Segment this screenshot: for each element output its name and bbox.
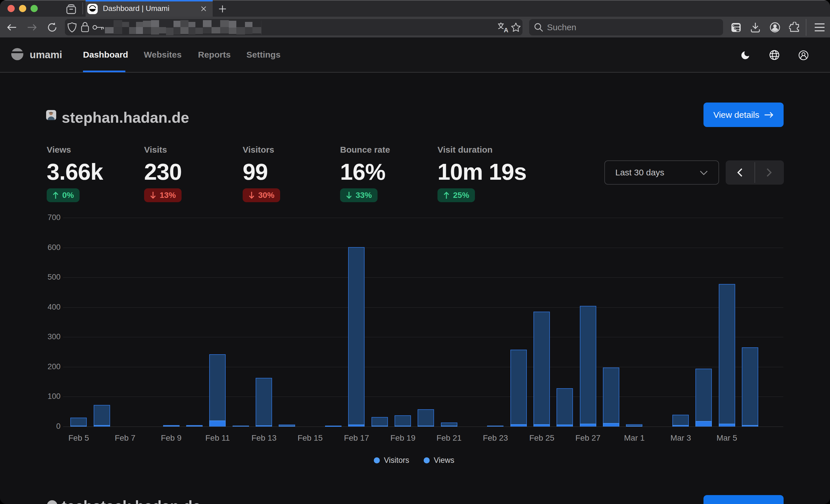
svg-text:A: A [504, 27, 508, 33]
